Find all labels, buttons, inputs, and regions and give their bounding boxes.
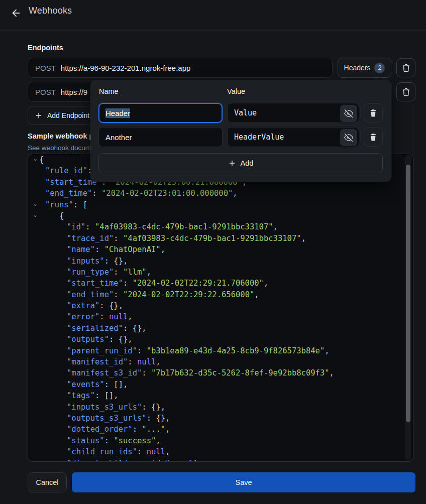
trash-outline-icon [401,63,411,73]
headers-popover: Name Value Header Value Another HeaderVa… [90,80,391,182]
trash-filled-icon [369,108,378,117]
trash-filled-icon [369,133,378,142]
trash-outline-icon [401,87,411,97]
headers-button-label: Headers [344,64,371,72]
header-name-input-2[interactable]: Another [98,127,223,147]
endpoint-method-1: POST [35,64,56,72]
page-title: Webhooks [29,6,72,16]
header-value-input-2[interactable]: HeaderValue [227,127,359,147]
webhooks-panel: Webhooks Endpoints POST https://a-96-90-… [0,0,426,504]
header-name-input-1[interactable]: Header [98,103,223,123]
value-column-label: Value [227,87,245,95]
headers-button-1[interactable]: Headers 2 [338,58,391,78]
add-endpoint-label: Add Endpoint [47,111,89,119]
headers-count-badge: 2 [374,63,385,73]
delete-endpoint-button-2[interactable] [396,82,415,101]
endpoint-url-2: https://9 [61,88,87,96]
save-button[interactable]: Save [72,472,415,492]
top-bar: Webhooks [0,0,426,31]
add-header-button[interactable]: Add [98,153,383,173]
toggle-value-visibility-button-2[interactable] [340,129,357,146]
code-lines: ⌄{"rule_id": "start_time": "2024-02-02T2… [28,154,413,462]
name-column-label: Name [99,87,119,95]
header-name-value-1: Header [105,108,130,118]
header-value-text-2: HeaderValue [234,133,284,142]
endpoint-url-1: https://a-96-90-232-201.ngrok-free.app [61,64,191,72]
endpoint-url-input-1[interactable]: POST https://a-96-90-232-201.ngrok-free.… [28,58,333,78]
code-scrollbar-thumb[interactable] [406,165,410,422]
code-scrollbar [405,155,411,460]
back-button[interactable] [8,5,24,21]
endpoints-section-label: Endpoints [28,44,63,52]
eye-off-icon [344,133,353,142]
plus-icon [35,111,43,119]
delete-header-button-1[interactable] [364,103,383,122]
delete-endpoint-button-1[interactable] [396,58,415,77]
header-name-value-2: Another [105,133,132,142]
endpoint-method-2: POST [35,88,56,96]
plus-icon [228,159,236,167]
add-header-label: Add [241,159,254,167]
eye-off-icon [344,109,353,118]
header-value-text-1: Value [234,108,257,117]
arrow-left-icon [11,8,22,19]
header-value-input-1[interactable]: Value [227,103,359,123]
delete-header-button-2[interactable] [364,128,383,147]
toggle-value-visibility-button-1[interactable] [340,105,357,122]
cancel-button[interactable]: Cancel [28,472,67,492]
sample-payload-code-block[interactable]: ⌄{"rule_id": "start_time": "2024-02-02T2… [28,154,413,462]
